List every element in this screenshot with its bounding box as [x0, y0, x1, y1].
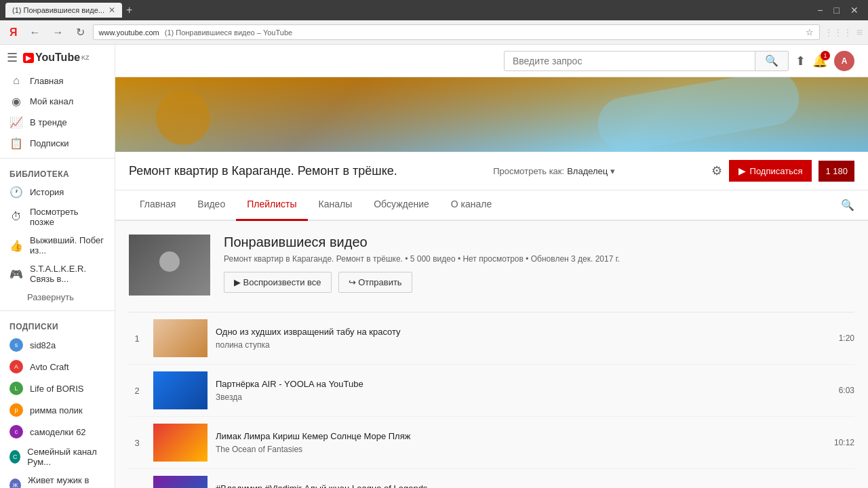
video-list-item[interactable]: 2 Партнёрка AIR - YOOLA на YouTube Звезд…	[129, 365, 854, 417]
address-bar: Я ← → ↻ www.youtube.com (1) Понравившиес…	[0, 20, 868, 45]
sidebar-sub-3[interactable]: р римма полик	[0, 399, 115, 421]
channel-title-area: Ремонт квартир в Караганде. Ремонт в трё…	[129, 164, 397, 178]
watchlater-icon: ⏱	[9, 211, 23, 223]
trending-icon: 📈	[9, 116, 23, 129]
tab-channels[interactable]: Каналы	[308, 190, 363, 221]
expand-label: Развернуть	[27, 292, 74, 302]
video-channel: полина ступка	[216, 340, 819, 350]
sidebar-expand-btn[interactable]: Развернуть	[0, 288, 115, 306]
share-button[interactable]: ↪ Отправить	[338, 272, 412, 293]
video-info: Одно из худших извращений табу на красот…	[216, 327, 819, 350]
yandex-icon[interactable]: Я	[5, 25, 22, 40]
sidebar-item-trending[interactable]: 📈 В тренде	[0, 112, 115, 133]
video-number: 1	[129, 333, 145, 344]
playlist-title: Понравившиеся видео	[224, 235, 854, 250]
sidebar-label-trending: В тренде	[30, 117, 67, 127]
sub-avatar-3: р	[9, 403, 23, 417]
sidebar-sub-5[interactable]: С Семейный канал Рум...	[0, 443, 115, 471]
tab-video[interactable]: Видео	[186, 190, 236, 221]
lib3-icon: 👍	[9, 239, 23, 252]
sidebar-label-home: Главная	[30, 76, 63, 86]
video-number: 2	[129, 386, 145, 396]
user-avatar[interactable]: A	[834, 51, 854, 71]
sidebar-sub-label-0: sid82a	[30, 340, 56, 350]
sidebar-sub-1[interactable]: A Avto Craft	[0, 356, 115, 378]
tab-discussion[interactable]: Обсуждение	[363, 190, 440, 221]
channel-info-bar: Ремонт квартир в Караганде. Ремонт в трё…	[115, 152, 868, 190]
subscribe-button[interactable]: ▶ Подписаться	[729, 160, 812, 182]
history-icon: 🕐	[9, 186, 23, 199]
search-box[interactable]: 🔍	[504, 51, 789, 71]
refresh-btn[interactable]: ↻	[72, 24, 89, 40]
tab-home[interactable]: Главная	[129, 190, 186, 221]
sidebar-sub-0[interactable]: s sid82a	[0, 334, 115, 356]
close-btn[interactable]: ✕	[846, 3, 863, 17]
video-list-item[interactable]: 1 Одно из худших извращений табу на крас…	[129, 312, 854, 365]
browser-chrome: (1) Понравившиеся виде... ✕ + − □ ✕	[0, 0, 868, 20]
sidebar-sub-label-1: Avto Craft	[30, 362, 69, 372]
sidebar-item-lib3[interactable]: 👍 Выживший. Побег из...	[0, 231, 115, 260]
subscribe-label: Подписаться	[750, 166, 803, 176]
sub-avatar-0: s	[9, 338, 23, 352]
sidebar-item-lib4[interactable]: 🎮 S.T.A.L.K.E.R. Связь в...	[0, 260, 115, 288]
window-controls: − □ ✕	[813, 3, 863, 17]
video-duration: 10:12	[827, 438, 854, 447]
minimize-btn[interactable]: −	[813, 3, 827, 17]
sidebar-sub-4[interactable]: с самоделки 62	[0, 421, 115, 443]
sidebar-item-home[interactable]: ⌂ Главная	[0, 70, 115, 91]
channel-settings-icon[interactable]: ⚙	[711, 163, 722, 178]
browser-tab[interactable]: (1) Понравившиеся виде... ✕	[5, 3, 122, 18]
sidebar-item-history[interactable]: 🕐 История	[0, 182, 115, 203]
maximize-btn[interactable]: □	[830, 3, 844, 17]
address-icons: ☆	[806, 27, 814, 37]
video-title: Партнёрка AIR - YOOLA на YouTube	[216, 379, 819, 390]
video-list-item[interactable]: 3 Лимак Лимра Кириш Кемер Солнце Море Пл…	[129, 417, 854, 469]
sidebar-sub-6[interactable]: Ж Живет мужик в дере...	[0, 471, 115, 488]
video-list-item[interactable]: 4 #Владимир #Vladimir Алый жнец League o…	[129, 469, 854, 488]
channel-search-icon[interactable]: 🔍	[841, 190, 854, 220]
playlist-thumbnail	[129, 235, 210, 296]
playlist-details: Ремонт квартир в Карагандe. Ремонт в трё…	[224, 254, 854, 264]
youtube-logo[interactable]: ▶ YouTube KZ	[23, 52, 90, 64]
sidebar-item-subscriptions[interactable]: 📋 Подписки	[0, 133, 115, 154]
address-input[interactable]: www.youtube.com (1) Понравившиеся видео …	[93, 24, 820, 40]
main-content: 🔍 ⬆ 🔔 1 A Ремонт квартир в Караганде. Ре…	[115, 45, 868, 488]
tab-close-btn[interactable]: ✕	[108, 5, 115, 15]
star-icon[interactable]: ☆	[806, 27, 814, 37]
search-button[interactable]: 🔍	[755, 52, 788, 70]
search-input[interactable]	[505, 52, 755, 70]
upload-btn[interactable]: ⬆	[795, 54, 806, 68]
new-tab-btn[interactable]: +	[126, 4, 132, 16]
hamburger-menu[interactable]: ☰	[7, 50, 18, 65]
sidebar-sub-2[interactable]: L Life of BORIS	[0, 378, 115, 399]
sidebar-item-watchlater[interactable]: ⏱ Посмотреть позже	[0, 203, 115, 231]
tab-playlists[interactable]: Плейлисты	[236, 190, 307, 221]
sidebar-item-mychannel[interactable]: ◉ Мой канал	[0, 91, 115, 112]
sub-avatar-1: A	[9, 360, 23, 373]
playlist-section: Понравившиеся видео Ремонт квартир в Кар…	[115, 221, 868, 488]
play-all-button[interactable]: ▶ Воспроизвести все	[224, 272, 332, 293]
youtube-app: ☰ ▶ YouTube KZ ⌂ Главная ◉ Мой канал 📈 В…	[0, 45, 868, 488]
header-icons: ⬆ 🔔 1 A	[795, 51, 854, 71]
chevron-down-icon: ▾	[610, 166, 615, 176]
channel-title: Ремонт квартир в Караганде. Ремонт в трё…	[129, 164, 397, 178]
back-btn[interactable]: ←	[26, 25, 45, 40]
video-info: Лимак Лимра Кириш Кемер Солнце Море Пляж…	[216, 431, 819, 454]
forward-btn[interactable]: →	[49, 25, 68, 40]
sub-avatar-2: L	[9, 382, 23, 395]
yt-logo-kz: KZ	[81, 54, 90, 61]
video-thumbnail	[153, 424, 208, 462]
video-channel: The Ocean of Fantasies	[216, 445, 819, 454]
lib4-icon: 🎮	[9, 268, 23, 281]
video-info: Партнёрка AIR - YOOLA на YouTube Звезда	[216, 379, 819, 402]
view-as-selector[interactable]: Просмотреть как: Владелец ▾	[493, 166, 615, 176]
menu-icon[interactable]: ≡	[856, 26, 863, 39]
notification-btn[interactable]: 🔔 1	[812, 54, 827, 68]
extensions-icon[interactable]: ⋮⋮⋮	[824, 27, 852, 38]
sidebar-sub-label-3: римма полик	[30, 405, 83, 415]
tab-about[interactable]: О канале	[440, 190, 502, 221]
yt-logo-text: YouTube	[35, 52, 80, 64]
mychannel-icon: ◉	[9, 95, 23, 108]
video-title: Лимак Лимра Кириш Кемер Солнце Море Пляж	[216, 431, 819, 443]
playlist-actions: ▶ Воспроизвести все ↪ Отправить	[224, 272, 854, 293]
